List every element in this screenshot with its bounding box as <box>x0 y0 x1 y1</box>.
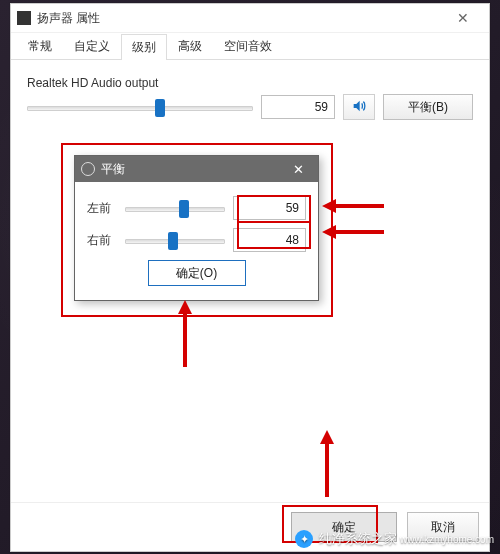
tab-levels[interactable]: 级别 <box>121 34 167 60</box>
balance-title: 平衡 <box>101 161 284 178</box>
tab-body: Realtek HD Audio output 59 平衡(B) <box>11 60 489 134</box>
volume-icon <box>351 98 367 117</box>
channel-slider-right[interactable] <box>125 231 225 249</box>
master-volume-slider[interactable] <box>27 98 253 116</box>
balance-titlebar[interactable]: 平衡 ✕ <box>75 156 318 182</box>
master-volume-value[interactable]: 59 <box>261 95 335 119</box>
watermark-text: 纯净系统之家 <box>319 530 397 548</box>
channel-row-left: 左前 59 <box>87 196 306 220</box>
balance-ok-button[interactable]: 确定(O) <box>148 260 246 286</box>
window-icon <box>17 11 31 25</box>
window-title: 扬声器 属性 <box>37 10 443 27</box>
tab-custom[interactable]: 自定义 <box>63 33 121 59</box>
channel-label-left: 左前 <box>87 200 117 217</box>
balance-button[interactable]: 平衡(B) <box>383 94 473 120</box>
watermark-logo-icon: ✦ <box>295 530 313 548</box>
titlebar[interactable]: 扬声器 属性 ✕ <box>11 4 489 33</box>
channel-row-right: 右前 48 <box>87 228 306 252</box>
channel-slider-left[interactable] <box>125 199 225 217</box>
tab-general[interactable]: 常规 <box>17 33 63 59</box>
balance-window-icon <box>81 162 95 176</box>
watermark-url: www.kzmyhome.com <box>400 534 494 545</box>
balance-dialog: 平衡 ✕ 左前 59 右前 48 确定(O) <box>74 155 319 301</box>
window-close-button[interactable]: ✕ <box>443 4 483 32</box>
tabs: 常规 自定义 级别 高级 空间音效 <box>11 33 489 60</box>
balance-close-button[interactable]: ✕ <box>284 156 312 182</box>
channel-value-left[interactable]: 59 <box>233 196 306 220</box>
channel-value-right[interactable]: 48 <box>233 228 306 252</box>
tab-spatial[interactable]: 空间音效 <box>213 33 283 59</box>
tab-advanced[interactable]: 高级 <box>167 33 213 59</box>
output-device-label: Realtek HD Audio output <box>27 76 473 90</box>
watermark: ✦ 纯净系统之家 www.kzmyhome.com <box>295 530 494 548</box>
mute-button[interactable] <box>343 94 375 120</box>
channel-label-right: 右前 <box>87 232 117 249</box>
